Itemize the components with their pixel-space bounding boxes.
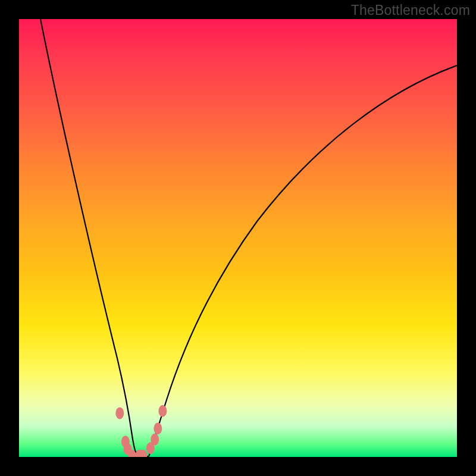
plot-area — [19, 19, 457, 457]
data-marker — [151, 434, 159, 446]
watermark-text: TheBottleneck.com — [351, 2, 470, 18]
data-marker — [154, 422, 162, 434]
data-marker — [158, 405, 167, 417]
data-markers — [115, 405, 167, 457]
data-marker — [115, 407, 124, 419]
left-curve-branch — [40, 19, 138, 456]
bottleneck-curve-svg — [19, 19, 457, 457]
chart-frame: TheBottleneck.com — [0, 0, 476, 476]
right-curve-branch — [149, 65, 457, 456]
